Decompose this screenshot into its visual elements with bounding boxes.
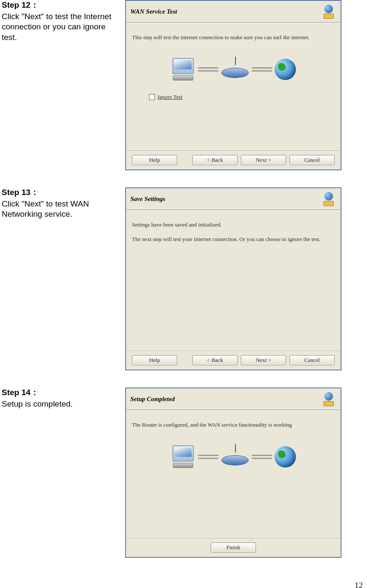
- step-14-text: Setup is completed.: [2, 399, 121, 410]
- link-line-icon: [252, 453, 272, 460]
- back-button[interactable]: < Back: [192, 355, 238, 365]
- save-settings-dialog: Save Settings Settings have been saved a…: [125, 187, 341, 370]
- step-14-block: Step 14： Setup is completed. Setup Compl…: [0, 387, 367, 558]
- dialog-body-text-1: The Router is configured, and the WAN se…: [132, 422, 335, 428]
- step-12-title: Step 12：: [2, 0, 121, 11]
- connection-diagram: [132, 445, 335, 468]
- dialog-body-text-1: Settings have been saved and initialized…: [132, 221, 335, 228]
- connection-diagram: [132, 58, 335, 81]
- globe-icon: [275, 59, 296, 80]
- dialog-header: Setup Completed: [126, 388, 341, 410]
- dialog-title: Setup Completed: [130, 396, 175, 403]
- router-icon: [221, 61, 249, 78]
- step-13-text: Click "Next" to test WAN Networking serv…: [2, 199, 121, 220]
- network-globe-icon: [321, 3, 336, 20]
- link-line-icon: [198, 453, 218, 460]
- page-number: 12: [355, 581, 363, 588]
- ignore-test-checkbox[interactable]: Ignore Test: [149, 94, 335, 100]
- step-13-sidebar: Step 13： Click "Next" to test WAN Networ…: [0, 187, 125, 220]
- next-button[interactable]: Next >: [241, 155, 286, 165]
- dialog-footer: Help < Back Next > Cancel: [126, 150, 341, 169]
- step-12-text: Click "Next" to test the Internet connec…: [2, 11, 121, 43]
- pc-icon: [171, 445, 195, 468]
- dialog-body: This step will test the internet connect…: [126, 23, 341, 150]
- help-button[interactable]: Help: [132, 355, 177, 365]
- globe-icon: [275, 446, 296, 468]
- dialog-body-text-1: This step will test the internet connect…: [132, 34, 335, 41]
- step-14-title: Step 14：: [2, 387, 121, 398]
- link-line-icon: [252, 66, 272, 73]
- step-13-block: Step 13： Click "Next" to test WAN Networ…: [0, 187, 367, 370]
- pc-icon: [171, 58, 195, 81]
- dialog-footer: Finish: [126, 538, 341, 557]
- step-12-block: Step 12： Click "Next" to test the Intern…: [0, 0, 367, 170]
- dialog-footer: Help < Back Next > Cancel: [126, 350, 341, 370]
- step-13-title: Step 13：: [2, 187, 121, 198]
- cancel-button[interactable]: Cancel: [290, 355, 335, 365]
- dialog-body: Settings have been saved and initialized…: [126, 210, 341, 350]
- help-button[interactable]: Help: [132, 155, 177, 165]
- dialog-body-text-2: The next step will test your Internet co…: [132, 236, 335, 243]
- checkbox-icon: [149, 94, 155, 100]
- network-globe-icon: [321, 391, 336, 407]
- step-14-sidebar: Step 14： Setup is completed.: [0, 387, 125, 409]
- dialog-header: WAN Service Test: [126, 1, 341, 23]
- finish-button[interactable]: Finish: [211, 542, 256, 553]
- wan-service-test-dialog: WAN Service Test This step will test the…: [125, 0, 341, 170]
- back-button[interactable]: < Back: [192, 155, 238, 165]
- dialog-body: The Router is configured, and the WAN se…: [126, 410, 341, 538]
- dialog-title: WAN Service Test: [130, 8, 177, 15]
- link-line-icon: [198, 66, 218, 73]
- cancel-button[interactable]: Cancel: [290, 155, 335, 165]
- step-12-sidebar: Step 12： Click "Next" to test the Intern…: [0, 0, 125, 43]
- router-icon: [221, 448, 249, 465]
- dialog-title: Save Settings: [130, 195, 165, 203]
- setup-completed-dialog: Setup Completed The Router is configured…: [125, 387, 341, 558]
- ignore-test-label: Ignore Test: [158, 94, 182, 100]
- network-globe-icon: [321, 191, 336, 207]
- dialog-header: Save Settings: [126, 188, 341, 210]
- next-button[interactable]: Next >: [241, 355, 286, 365]
